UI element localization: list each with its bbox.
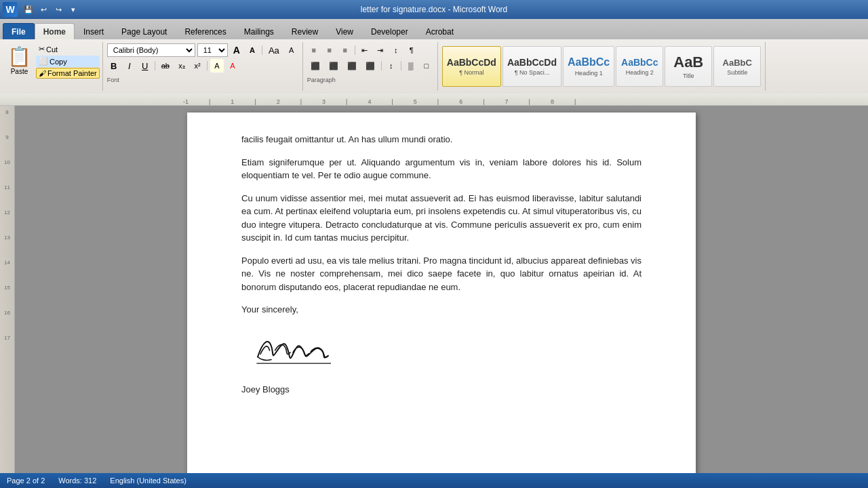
scissors-icon: ✂ <box>39 45 45 54</box>
clipboard-group: 📋 Paste ✂ Cut ⬜ Copy 🖌 Format Painter <box>0 42 103 91</box>
bullets-button[interactable]: ≡ <box>307 43 321 57</box>
para-row-2: ⬛ ⬛ ⬛ ⬛ ↕ ▒ □ <box>307 59 433 73</box>
page[interactable]: facilis feugait omittantur ut. An has ul… <box>187 113 696 473</box>
strikethrough-button[interactable]: ab <box>158 59 173 73</box>
paragraph-group: ≡ ≡ ≡ ⇤ ⇥ ↕ ¶ ⬛ ⬛ ⬛ ⬛ ↕ ▒ □ Paragraph <box>303 42 438 91</box>
multilevel-list-button[interactable]: ≡ <box>338 43 352 57</box>
decrease-indent-button[interactable]: ⇤ <box>358 43 372 57</box>
signature-image <box>241 326 350 377</box>
shading-button[interactable]: ▒ <box>404 59 418 73</box>
grow-font-button[interactable]: A <box>230 43 243 57</box>
word-icon: W <box>3 2 18 17</box>
paragraph-5: Your sincerely, <box>241 303 642 317</box>
style-subtitle-button[interactable]: AaBbC Subtitle <box>713 46 761 87</box>
paragraph-1: facilis feugait omittantur ut. An has ul… <box>241 133 642 146</box>
tab-acrobat[interactable]: Acrobat <box>417 23 462 39</box>
cut-button[interactable]: ✂ Cut <box>36 43 100 55</box>
style-title-button[interactable]: AaB Title <box>665 46 712 87</box>
tab-references[interactable]: References <box>176 23 235 39</box>
clear-format-button[interactable]: A <box>285 43 298 57</box>
page-indicator: Page 2 of 2 <box>7 476 45 485</box>
window-title: letter for signature.docx - Microsoft Wo… <box>361 5 508 14</box>
italic-button[interactable]: I <box>123 59 136 73</box>
separator-4 <box>355 45 355 55</box>
text-highlight-button[interactable]: A <box>210 59 224 73</box>
font-color-button[interactable]: A <box>226 59 239 73</box>
font-row-2: B I U ab x₂ x² A A <box>107 59 298 73</box>
sort-button[interactable]: ↕ <box>389 43 403 57</box>
align-right-button[interactable]: ⬛ <box>344 59 360 73</box>
undo-button[interactable]: ↩ <box>37 3 50 16</box>
numbered-list-button[interactable]: ≡ <box>323 43 336 57</box>
copy-button[interactable]: ⬜ Copy <box>36 56 100 67</box>
font-name-select[interactable]: Calibri (Body) <box>107 43 195 57</box>
styles-group: AaBbCcDd ¶ Normal AaBbCcDd ¶ No Spaci...… <box>438 42 766 91</box>
increase-indent-button[interactable]: ⇥ <box>374 43 387 57</box>
tab-review[interactable]: Review <box>283 23 327 39</box>
borders-button[interactable]: □ <box>420 59 433 73</box>
tab-home[interactable]: Home <box>35 23 75 39</box>
ribbon-tab-bar: File Home Insert Page Layout References … <box>0 19 868 39</box>
shrink-font-button[interactable]: A <box>245 43 259 57</box>
separator-6 <box>401 61 401 70</box>
font-group: Calibri (Body) 11 A A Aa A B I U ab x₂ x… <box>103 42 303 91</box>
style-heading1-button[interactable]: AaBbCc Heading 1 <box>563 46 614 87</box>
status-bar: Page 2 of 2 Words: 312 English (United S… <box>0 473 868 488</box>
paste-button[interactable]: 📋 Paste <box>3 43 36 89</box>
align-center-button[interactable]: ⬛ <box>326 59 342 73</box>
font-size-select[interactable]: 11 <box>197 43 228 57</box>
ruler: -1 | 1 | 2 | 3 | 4 | 5 | 6 | 7 | 8 | <box>0 94 868 106</box>
align-left-button[interactable]: ⬛ <box>307 59 323 73</box>
tab-mailings[interactable]: Mailings <box>235 23 283 39</box>
justify-button[interactable]: ⬛ <box>362 59 378 73</box>
change-case-button[interactable]: Aa <box>265 43 283 57</box>
subscript-button[interactable]: x₂ <box>175 59 189 73</box>
title-bar: W 💾 ↩ ↪ ▾ letter for signature.docx - Mi… <box>0 0 868 19</box>
signature-section: Joey Bloggs <box>241 326 642 396</box>
document-area[interactable]: facilis feugait omittantur ut. An has ul… <box>15 106 868 473</box>
left-ruler: 8 9 10 11 12 13 14 15 16 17 <box>0 106 15 473</box>
language-indicator: English (United States) <box>110 476 186 485</box>
format-painter-button[interactable]: 🖌 Format Painter <box>36 68 100 79</box>
ribbon-content: 📋 Paste ✂ Cut ⬜ Copy 🖌 Format Painter Ca… <box>0 39 868 94</box>
font-group-label: Font <box>107 77 119 83</box>
tab-view[interactable]: View <box>327 23 362 39</box>
separator-3 <box>207 61 208 70</box>
tab-page-layout[interactable]: Page Layout <box>113 23 176 39</box>
main-area: 8 9 10 11 12 13 14 15 16 17 facilis feug… <box>0 106 868 473</box>
bold-button[interactable]: B <box>107 59 121 73</box>
tab-file[interactable]: File <box>3 23 35 39</box>
style-normal-button[interactable]: AaBbCcDd ¶ Normal <box>442 46 501 87</box>
copy-icon: ⬜ <box>39 57 48 66</box>
clipboard-right: ✂ Cut ⬜ Copy 🖌 Format Painter <box>36 43 100 89</box>
tab-developer[interactable]: Developer <box>362 23 417 39</box>
paragraph-2: Etiam signiferumque per ut. Aliquando ar… <box>241 156 642 182</box>
underline-button[interactable]: U <box>138 59 152 73</box>
superscript-button[interactable]: x² <box>191 59 204 73</box>
customize-qat-button[interactable]: ▾ <box>66 3 80 16</box>
redo-button[interactable]: ↪ <box>52 3 65 16</box>
ruler-marks: -1 | 1 | 2 | 3 | 4 | 5 | 6 | 7 | 8 | <box>183 94 596 105</box>
para-row-1: ≡ ≡ ≡ ⇤ ⇥ ↕ ¶ <box>307 43 433 57</box>
paragraph-group-label: Paragraph <box>307 77 336 83</box>
separator-5 <box>381 61 382 70</box>
paragraph-4: Populo everti ad usu, ea vis tale melius… <box>241 254 642 294</box>
tab-insert[interactable]: Insert <box>75 23 113 39</box>
title-bar-left: W 💾 ↩ ↪ ▾ <box>3 2 80 17</box>
style-no-space-button[interactable]: AaBbCcDd ¶ No Spaci... <box>502 46 561 87</box>
style-heading2-button[interactable]: AaBbCc Heading 2 <box>616 46 663 87</box>
line-spacing-button[interactable]: ↕ <box>384 59 398 73</box>
signer-name: Joey Bloggs <box>241 383 642 396</box>
format-painter-icon: 🖌 <box>39 69 46 77</box>
paragraph-3: Cu unum vidisse assentior mei, mei mutat… <box>241 192 642 245</box>
word-count: Words: 312 <box>58 476 96 485</box>
font-row-1: Calibri (Body) 11 A A Aa A <box>107 43 298 57</box>
separator-2 <box>155 61 155 70</box>
save-button[interactable]: 💾 <box>22 3 35 16</box>
show-marks-button[interactable]: ¶ <box>405 43 418 57</box>
separator <box>262 45 262 55</box>
